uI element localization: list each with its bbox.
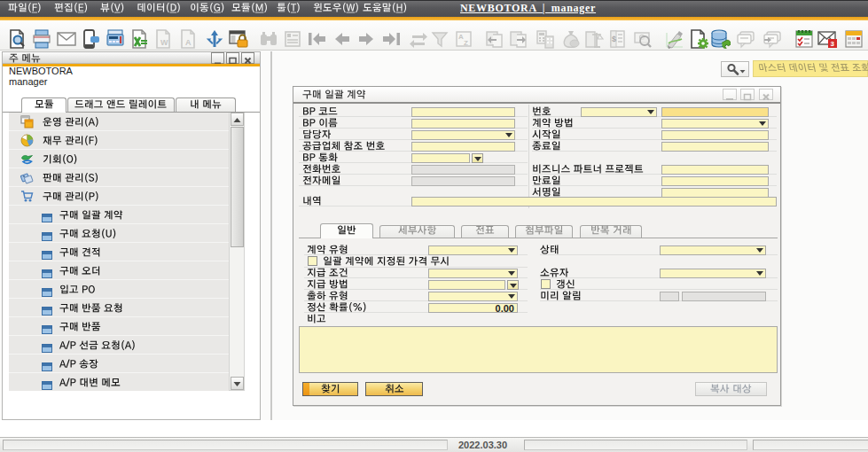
svg-text:Z: Z xyxy=(464,39,468,47)
svg-text:3: 3 xyxy=(831,40,835,48)
svg-text:$: $ xyxy=(612,35,616,43)
svg-text:A: A xyxy=(185,38,192,47)
svg-text:W: W xyxy=(160,38,168,47)
